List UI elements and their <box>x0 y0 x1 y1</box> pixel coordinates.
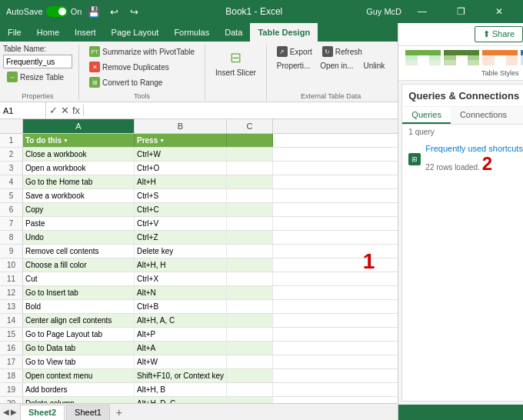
cell-a10[interactable]: Choose a fill color <box>23 258 135 272</box>
cell-a7[interactable]: Paste <box>23 217 135 230</box>
header-cell-b[interactable]: Press <box>135 134 227 147</box>
tab-home[interactable]: Home <box>29 23 67 42</box>
queries-tabs: Queries Connections <box>402 107 523 125</box>
cell-b19[interactable]: Alt+H, B <box>135 383 227 396</box>
cell-a15[interactable]: Go to Page Layout tab <box>23 328 135 341</box>
resize-table-button[interactable]: ↔ Resize Table <box>3 70 68 84</box>
row-num: 13 <box>0 300 23 313</box>
row-num: 9 <box>0 245 23 258</box>
cell-a12[interactable]: Go to Insert tab <box>23 286 135 299</box>
cell-reference[interactable]: A1 <box>0 102 46 118</box>
cell-b10[interactable]: Alt+H, H <box>135 258 227 272</box>
cell-b6[interactable]: Ctrl+C <box>135 203 227 216</box>
tab-file[interactable]: File <box>0 23 29 42</box>
refresh-label: Refresh <box>335 48 362 56</box>
unlink-button[interactable]: Unlink <box>360 60 389 72</box>
save-icon[interactable]: 💾 <box>86 4 102 19</box>
undo-icon[interactable]: ↩ <box>106 4 122 19</box>
table-row: 4 Go to the Home tab Alt+H <box>0 175 398 189</box>
cell-a5[interactable]: Save a workbook <box>23 189 135 202</box>
cell-b14[interactable]: Alt+H, A, C <box>135 314 227 327</box>
queries-tab-connections[interactable]: Connections <box>451 107 516 124</box>
external-row1: ↗ Export ↻ Refresh <box>273 45 366 58</box>
cell-b20[interactable]: Alt+H, D, C <box>135 397 227 403</box>
style-swatch-med-green[interactable] <box>443 49 480 66</box>
table-row: 8 Undo Ctrl+Z <box>0 231 398 245</box>
cell-a14[interactable]: Center align cell contents <box>23 314 135 327</box>
col-header-a[interactable]: A <box>23 119 135 133</box>
cell-b17[interactable]: Alt+W <box>135 355 227 368</box>
cell-b9[interactable]: Delete key <box>135 245 227 258</box>
cell-a16[interactable]: Go to Data tab <box>23 342 135 355</box>
table-name-input[interactable] <box>3 55 72 68</box>
col-header-c[interactable]: C <box>227 119 273 133</box>
cell-a11[interactable]: Cut <box>23 272 135 285</box>
restore-button[interactable]: ❐ <box>443 0 478 23</box>
cell-c19 <box>227 383 273 396</box>
cell-b18[interactable]: Shift+F10, or Context key <box>135 369 227 382</box>
open-in-button[interactable]: Open in... <box>316 60 357 72</box>
cell-b11[interactable]: Ctrl+X <box>135 272 227 285</box>
cell-b5[interactable]: Ctrl+S <box>135 189 227 202</box>
add-sheet-button[interactable]: + <box>112 405 127 420</box>
cell-b7[interactable]: Ctrl+V <box>135 217 227 230</box>
checkmark-icon[interactable]: ✓ <box>49 105 58 116</box>
tab-data[interactable]: Data <box>217 23 250 42</box>
cell-b13[interactable]: Ctrl+B <box>135 300 227 313</box>
sheet-tab-sheet1[interactable]: Sheet1 <box>66 405 110 420</box>
cell-a19[interactable]: Add borders <box>23 383 135 396</box>
autosave-toggle[interactable]: AutoSave On <box>6 6 82 17</box>
cell-a4[interactable]: Go to the Home tab <box>23 175 135 188</box>
style-swatch-blue[interactable] <box>520 49 523 66</box>
cell-b3[interactable]: Ctrl+O <box>135 162 227 175</box>
convert-to-range-button[interactable]: ⊞ Convert to Range <box>85 75 166 89</box>
cancel-icon[interactable]: ✕ <box>61 105 69 116</box>
summarize-button[interactable]: PT Summarize with PivotTable <box>85 45 198 58</box>
refresh-button[interactable]: ↻ Refresh <box>318 45 366 58</box>
cell-a18[interactable]: Open context menu <box>23 369 135 382</box>
table-styles-ribbon: Table Styles <box>398 46 523 81</box>
cell-b15[interactable]: Alt+P <box>135 328 227 341</box>
query-item[interactable]: ⊞ Frequently used shortcuts 22 rows load… <box>402 139 523 179</box>
cell-a9[interactable]: Remove cell contents <box>23 245 135 258</box>
cell-b2[interactable]: Ctrl+W <box>135 148 227 161</box>
scroll-right-icon[interactable]: ▶ <box>11 408 17 416</box>
cell-b8[interactable]: Ctrl+Z <box>135 231 227 244</box>
style-swatch-orange[interactable] <box>481 49 518 66</box>
scroll-left-icon[interactable]: ◀ <box>3 408 9 416</box>
cell-a3[interactable]: Open a workbook <box>23 162 135 175</box>
cell-b12[interactable]: Alt+N <box>135 286 227 299</box>
cell-a6[interactable]: Copy <box>23 203 135 216</box>
export-label: Export <box>290 48 312 56</box>
table-row: 2 Close a workbook Ctrl+W <box>0 148 398 162</box>
cell-b16[interactable]: Alt+A <box>135 342 227 355</box>
header-cell-a[interactable]: To do this <box>23 134 135 147</box>
cell-b4[interactable]: Alt+H <box>135 175 227 188</box>
ribbon-group-tools: PT Summarize with PivotTable ✕ Remove Du… <box>85 45 205 100</box>
share-button[interactable]: ⬆ Share <box>475 26 523 42</box>
remove-duplicates-button[interactable]: ✕ Remove Duplicates <box>85 60 173 74</box>
tab-formulas[interactable]: Formulas <box>166 23 217 42</box>
ribbon-content: Table Name: ↔ Resize Table Properties PT <box>0 42 398 102</box>
export-button[interactable]: ↗ Export <box>273 45 316 58</box>
redo-icon[interactable]: ↪ <box>126 4 142 19</box>
cell-a13[interactable]: Bold <box>23 300 135 313</box>
tab-table-design[interactable]: Table Design <box>250 23 318 42</box>
style-swatch-light-green[interactable] <box>405 49 441 66</box>
cell-a8[interactable]: Undo <box>23 231 135 244</box>
autosave-switch[interactable] <box>46 6 68 17</box>
queries-connections-panel: Queries & Connections ✕ Queries Connecti… <box>401 84 523 402</box>
properties-button[interactable]: Properti... <box>273 60 314 72</box>
cell-a17[interactable]: Go to View tab <box>23 355 135 368</box>
sheet-tab-sheet2[interactable]: Sheet2 <box>20 405 65 420</box>
tab-insert[interactable]: Insert <box>67 23 104 42</box>
minimize-button[interactable]: — <box>405 0 440 23</box>
close-button[interactable]: ✕ <box>481 0 517 23</box>
cell-a20[interactable]: Delete column <box>23 397 135 403</box>
col-header-b[interactable]: B <box>135 119 227 133</box>
queries-tab-queries[interactable]: Queries <box>402 107 451 124</box>
function-icon[interactable]: fx <box>72 105 80 116</box>
cell-a2[interactable]: Close a workbook <box>23 148 135 161</box>
insert-slicer-button[interactable]: ⊟ Insert Slicer <box>212 45 260 82</box>
tab-page-layout[interactable]: Page Layout <box>104 23 167 42</box>
